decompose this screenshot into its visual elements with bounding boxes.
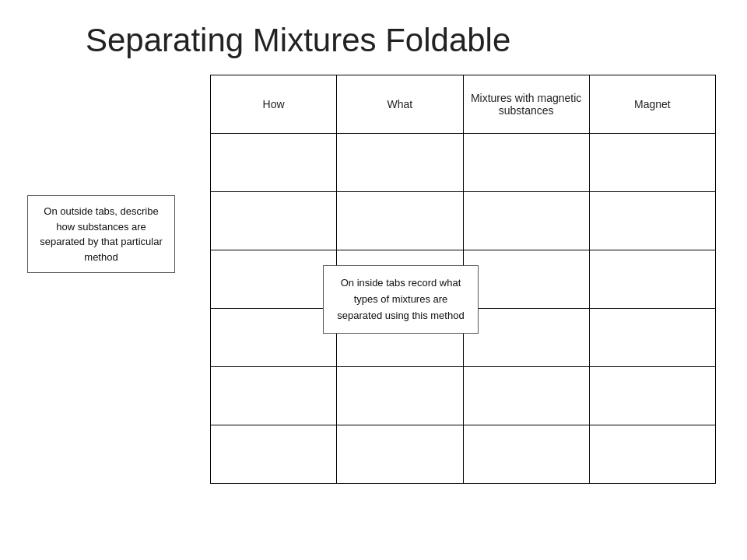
cell bbox=[211, 192, 337, 250]
table-row bbox=[211, 192, 716, 250]
cell bbox=[463, 250, 589, 309]
cell bbox=[589, 192, 715, 250]
table-row bbox=[211, 425, 716, 484]
cell bbox=[337, 367, 463, 425]
header-what: What bbox=[337, 75, 463, 134]
cell bbox=[211, 309, 337, 367]
cell bbox=[589, 425, 715, 484]
table-row bbox=[211, 367, 716, 425]
inside-tabs-tooltip: On inside tabs record what types of mixt… bbox=[323, 265, 479, 334]
cell bbox=[211, 134, 337, 192]
cell bbox=[337, 425, 463, 484]
outside-tabs-tooltip: On outside tabs, describe how substances… bbox=[27, 195, 175, 273]
cell bbox=[463, 309, 589, 367]
cell bbox=[589, 134, 715, 192]
table-header-row: How What Mixtures with magnetic substanc… bbox=[211, 75, 716, 134]
cell bbox=[211, 250, 337, 309]
cell bbox=[463, 367, 589, 425]
cell bbox=[337, 192, 463, 250]
cell bbox=[337, 134, 463, 192]
table-row bbox=[211, 134, 716, 192]
header-mixtures-magnetic: Mixtures with magnetic substances bbox=[463, 75, 589, 134]
page-title: Separating Mixtures Foldable bbox=[0, 0, 747, 75]
cell bbox=[211, 367, 337, 425]
cell bbox=[589, 250, 715, 309]
header-magnet: Magnet bbox=[589, 75, 715, 134]
cell bbox=[211, 425, 337, 484]
table-container: On outside tabs, describe how substances… bbox=[210, 75, 747, 484]
cell bbox=[589, 309, 715, 367]
cell bbox=[463, 425, 589, 484]
cell bbox=[589, 367, 715, 425]
cell bbox=[463, 192, 589, 250]
cell bbox=[463, 134, 589, 192]
header-how: How bbox=[211, 75, 337, 134]
